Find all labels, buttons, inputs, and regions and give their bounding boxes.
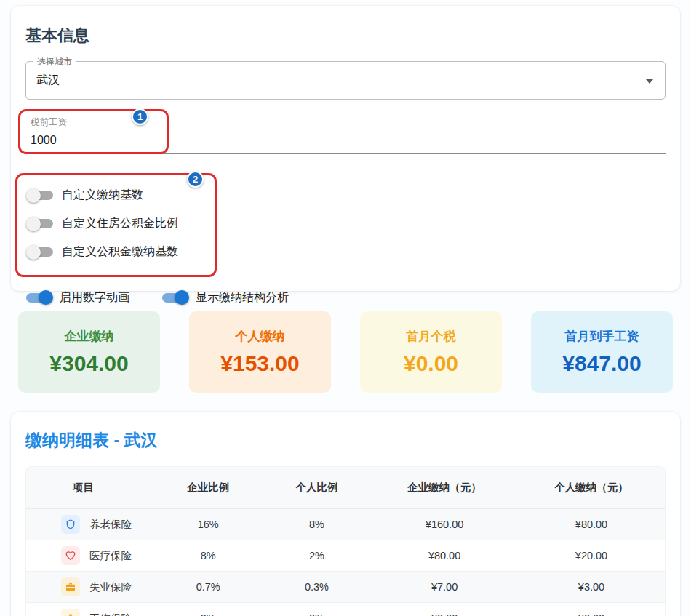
personal-amount: ¥3.00 — [518, 572, 665, 603]
personal-amount: ¥0.00 — [518, 603, 665, 616]
card-label: 个人缴纳 — [236, 328, 285, 345]
company-rate: 8% — [154, 540, 263, 572]
switch-thumb — [26, 217, 41, 231]
heart-icon — [61, 546, 80, 565]
personal-rate: 2% — [263, 540, 371, 572]
col-header-item: 项目 — [26, 467, 154, 509]
animation-toggle-row: 启用数字动画 — [24, 286, 129, 309]
personal-amount: ¥20.00 — [518, 540, 665, 572]
city-select-value: 武汉 — [36, 73, 60, 88]
col-header-personal-amount: 个人缴纳（元） — [518, 467, 665, 509]
salary-annotation-box: 税前工资 1000 1 — [18, 109, 169, 154]
item-name: 医疗保险 — [89, 549, 132, 563]
company-amount: ¥0.00 — [371, 603, 518, 616]
item-name: 工伤保险 — [89, 612, 132, 616]
table-row-unemployment: 失业保险 0.7% 0.3% ¥7.00 ¥3.00 — [26, 572, 665, 603]
salary-field-wrap: 税前工资 1000 1 — [25, 111, 666, 156]
personal-amount: ¥80.00 — [518, 509, 665, 540]
first-month-tax-card: 首月个税 ¥0.00 — [360, 311, 502, 393]
take-home-salary-card: 首月到手工资 ¥847.00 — [531, 311, 673, 393]
detail-table-title: 缴纳明细表 - 武汉 — [25, 429, 666, 452]
item-name: 失业保险 — [89, 580, 132, 594]
animation-toggle-label: 启用数字动画 — [60, 290, 129, 305]
col-header-company-rate: 企业比例 — [154, 467, 263, 509]
switch-thumb — [26, 245, 41, 260]
switch-thumb — [26, 188, 41, 203]
annotation-badge-2: 2 — [187, 171, 204, 188]
animation-toggle[interactable] — [24, 289, 53, 305]
basic-info-title: 基本信息 — [25, 25, 666, 47]
annotation-badge-1: 1 — [132, 108, 148, 125]
salary-input[interactable]: 1000 — [31, 134, 156, 147]
card-label: 企业缴纳 — [65, 328, 114, 345]
custom-fund-rate-toggle-label: 自定义住房公积金比例 — [62, 216, 178, 231]
col-header-personal-rate: 个人比例 — [263, 467, 371, 509]
custom-toggles-annotation-box: 2 自定义缴纳基数 自定义住房公积金比例 自定义公积金缴纳基数 — [15, 173, 217, 277]
personal-rate: 0.3% — [263, 572, 371, 603]
custom-fund-rate-toggle[interactable] — [26, 216, 55, 232]
summary-cards-row: 企业缴纳 ¥304.00 个人缴纳 ¥153.00 首月个税 ¥0.00 首月到… — [18, 311, 673, 393]
detail-table-wrap: 项目 企业比例 个人比例 企业缴纳（元） 个人缴纳（元） 养老保险 16% — [25, 466, 666, 616]
table-header-row: 项目 企业比例 个人比例 企业缴纳（元） 个人缴纳（元） — [26, 467, 665, 509]
card-value: ¥153.00 — [220, 351, 299, 376]
custom-fund-base-toggle-row: 自定义公积金缴纳基数 — [26, 238, 178, 266]
city-select[interactable]: 选择城市 武汉 — [25, 61, 666, 100]
switch-thumb — [175, 290, 189, 305]
company-rate: 16% — [154, 509, 263, 540]
custom-fund-base-toggle-label: 自定义公积金缴纳基数 — [62, 244, 178, 260]
company-rate: 0% — [154, 603, 263, 616]
custom-base-toggle[interactable] — [26, 188, 55, 204]
company-rate: 0.7% — [154, 572, 263, 603]
detail-table-panel: 缴纳明细表 - 武汉 项目 企业比例 个人比例 企业缴纳（元） 个人缴纳（元） — [11, 412, 680, 616]
card-label: 首月到手工资 — [565, 328, 639, 345]
custom-base-toggle-row: 自定义缴纳基数 — [26, 181, 178, 209]
detail-table: 项目 企业比例 个人比例 企业缴纳（元） 个人缴纳（元） 养老保险 16% — [26, 467, 665, 616]
card-value: ¥304.00 — [49, 351, 128, 376]
company-amount: ¥160.00 — [371, 509, 518, 540]
company-contribution-card: 企业缴纳 ¥304.00 — [18, 311, 160, 393]
card-label: 首月个税 — [407, 328, 456, 345]
table-row-injury: 工伤保险 0% 0% ¥0.00 ¥0.00 — [26, 603, 665, 616]
custom-fund-rate-toggle-row: 自定义住房公积金比例 — [26, 209, 178, 238]
structure-analysis-toggle-label: 显示缴纳结构分析 — [196, 290, 289, 305]
table-row-pension: 养老保险 16% 8% ¥160.00 ¥80.00 — [26, 509, 665, 540]
company-amount: ¥7.00 — [371, 572, 518, 603]
card-value: ¥847.00 — [562, 351, 641, 376]
basic-info-panel: 基本信息 选择城市 武汉 税前工资 1000 1 2 自定义缴纳基数 自定义住房… — [11, 6, 680, 291]
feature-toggles-row: 启用数字动画 显示缴纳结构分析 — [24, 286, 666, 309]
personal-rate: 0% — [263, 603, 371, 616]
structure-analysis-toggle-row: 显示缴纳结构分析 — [160, 286, 289, 309]
col-header-company-amount: 企业缴纳（元） — [371, 467, 518, 509]
table-row-medical: 医疗保险 8% 2% ¥80.00 ¥20.00 — [26, 540, 665, 572]
city-select-label: 选择城市 — [33, 56, 76, 68]
switch-thumb — [39, 290, 53, 305]
chevron-down-icon[interactable] — [646, 79, 653, 84]
company-amount: ¥80.00 — [371, 540, 518, 572]
shield-icon — [61, 515, 80, 534]
personal-contribution-card: 个人缴纳 ¥153.00 — [189, 311, 331, 393]
item-name: 养老保险 — [89, 518, 132, 532]
custom-fund-base-toggle[interactable] — [26, 244, 55, 260]
warning-icon — [61, 609, 80, 616]
custom-base-toggle-label: 自定义缴纳基数 — [62, 188, 143, 203]
card-value: ¥0.00 — [404, 351, 458, 376]
structure-analysis-toggle[interactable] — [160, 289, 189, 305]
briefcase-icon — [61, 577, 80, 596]
personal-rate: 8% — [263, 509, 371, 540]
